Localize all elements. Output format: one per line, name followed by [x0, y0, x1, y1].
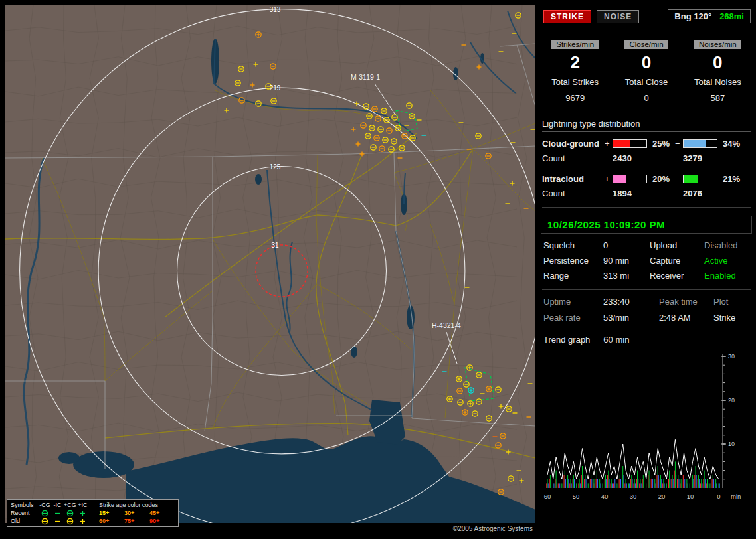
range-label-313: 313 [270, 6, 281, 13]
legend-age-code: 15+ [99, 509, 124, 517]
total-close: Total Close 0 [611, 77, 682, 103]
map-legend: Symbols-CG-IC+CG+ICRecentOldStrike age c… [7, 499, 179, 527]
receiver-label: Receiver [650, 271, 704, 281]
count-label: Count [542, 153, 605, 163]
lightning-map[interactable]: 31125219313M-3119-1H-4321-4 [5, 5, 535, 523]
ic-minus-gauge [683, 175, 717, 183]
range-label-125: 125 [270, 163, 281, 171]
legend-age-code: 30+ [124, 509, 149, 517]
right-panel: STRIKE NOISE Bng 120° 268mi Strikes/min … [539, 5, 753, 535]
legend-cell: +CG [64, 501, 76, 509]
trend-x-label: 30 [630, 493, 637, 500]
total-noises-value: 587 [682, 93, 753, 103]
noises-per-min-value: 0 [682, 52, 753, 73]
minus-sign: − [675, 174, 683, 184]
persistence-value: 90 min [603, 256, 650, 266]
trend-y-label: 10 [728, 441, 735, 447]
peak-time-label: Peak time [659, 297, 713, 307]
uptime-label: Uptime [543, 297, 603, 307]
plot-value: Strike [713, 313, 753, 323]
strike-symbol-icp [80, 511, 85, 516]
storm-label: H-4321-4 [432, 321, 461, 329]
legend-symbol-cgp [64, 509, 76, 517]
divider [542, 207, 751, 208]
cloud-ground-row: Cloud-ground + 25% − 34% [542, 139, 751, 149]
bearing-distance: 268mi [719, 11, 744, 21]
squelch-label: Squelch [543, 240, 603, 250]
legend-symbol-cgm [39, 517, 51, 525]
trend-graph-label: Trend graph [543, 335, 590, 345]
noise-indicator[interactable]: NOISE [597, 10, 639, 23]
intracloud-count-row: Count 1894 2076 [542, 189, 751, 198]
performance-grid: Uptime 233:40 Peak time Plot Peak rate 5… [543, 297, 749, 323]
ic-plus-gauge [613, 175, 647, 183]
legend-age-title: Strike age color codes [99, 501, 175, 509]
close-per-min-value: 0 [611, 52, 682, 73]
cg-minus-gauge [683, 139, 717, 148]
legend-age-code: 60+ [99, 517, 124, 525]
legend-cell: Recent [11, 509, 39, 517]
indicator-row: STRIKE NOISE Bng 120° 268mi [543, 9, 751, 23]
strikes-per-min-label: Strikes/min [551, 40, 599, 49]
capture-label: Capture [650, 256, 704, 266]
legend-age-code: 90+ [149, 517, 175, 525]
trend-window-value: 60 min [603, 335, 629, 345]
legend-symbol-icm [51, 509, 64, 517]
totals-row: Total Strikes 9679 Total Close 0 Total N… [539, 77, 753, 103]
storm-label: M-3119-1 [351, 73, 380, 81]
close-per-min-label: Close/min [624, 40, 668, 49]
capture-status: Active [704, 256, 755, 266]
datetime-display: 10/26/2025 10:09:20 PM [541, 216, 752, 234]
trend-x-label: 0 [717, 493, 720, 500]
total-strikes: Total Strikes 9679 [539, 77, 611, 103]
noises-per-min-label: Noises/min [694, 40, 741, 49]
rate-boxes: Strikes/min 2 Close/min 0 Noises/min 0 [539, 38, 753, 73]
strike-indicator[interactable]: STRIKE [543, 10, 591, 23]
trend-total-line [547, 439, 719, 479]
divider [542, 112, 751, 112]
total-noises-label: Total Noises [682, 77, 753, 87]
trend-y-label: 30 [728, 353, 735, 360]
legend-symbol-cgp [64, 517, 76, 525]
trend-x-label: 50 [573, 493, 580, 500]
range-label-219: 219 [270, 84, 281, 92]
cloud-ground-count-row: Count 2430 3279 [542, 153, 751, 163]
cg-plus-count: 2430 [605, 153, 675, 163]
strike-symbol-icp [80, 519, 85, 524]
legend-age-code: 45+ [149, 509, 175, 517]
range-label: Range [543, 271, 603, 281]
peak-time-value: 2:48 AM [659, 313, 713, 323]
trend-x-label: 20 [658, 493, 666, 500]
strike-symbol-cgp [67, 518, 72, 524]
upload-label: Upload [650, 240, 704, 250]
legend-symbol-icm [51, 517, 64, 525]
peak-rate-label: Peak rate [543, 313, 603, 323]
total-noises: Total Noises 587 [682, 77, 753, 103]
legend-symbol-cgm [39, 509, 51, 517]
legend-age-code: 75+ [124, 517, 149, 525]
trend-graph-chart: 1020306050403020100min [541, 350, 748, 506]
distribution-title: Lightning type distribution [542, 119, 751, 132]
ic-minus-count: 2076 [675, 189, 745, 198]
cg-minus-pct: 34% [720, 139, 745, 149]
strike-symbol-cgm [42, 518, 47, 524]
legend-cell: -IC [51, 501, 64, 509]
map-area[interactable]: 31125219313M-3119-1H-4321-4 Symbols-CG-I… [5, 5, 535, 535]
cg-plus-gauge [613, 139, 647, 148]
peak-rate-value: 53/min [603, 313, 659, 323]
trend-x-label: 10 [687, 493, 694, 500]
trend-x-label: 40 [601, 493, 609, 500]
close-per-min: Close/min 0 [611, 38, 682, 73]
trend-y-label: 20 [728, 397, 735, 404]
persistence-label: Persistence [543, 256, 603, 266]
uptime-value: 233:40 [603, 297, 659, 307]
receiver-status: Enabled [704, 271, 755, 281]
copyright-text: ©2005 Astrogenic Systems [453, 525, 533, 532]
legend-cell: Old [11, 517, 39, 525]
legend-symbol-icp [76, 517, 89, 525]
bearing-box: Bng 120° 268mi [668, 9, 751, 23]
noises-per-min: Noises/min 0 [682, 38, 753, 73]
ic-minus-pct: 21% [720, 174, 745, 184]
legend-symbol-icp [76, 509, 89, 517]
total-close-value: 0 [611, 93, 682, 103]
